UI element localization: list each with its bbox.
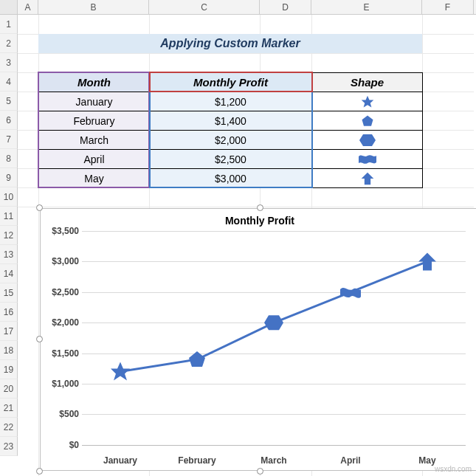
svg-marker-5 bbox=[189, 351, 205, 367]
resize-handle-sw[interactable] bbox=[36, 468, 43, 475]
cell-shape[interactable] bbox=[312, 150, 423, 169]
cell-shape[interactable] bbox=[312, 169, 423, 188]
row-header-8[interactable]: 8 bbox=[0, 149, 18, 168]
pentagon-icon bbox=[359, 114, 376, 128]
row-header-21[interactable]: 21 bbox=[0, 399, 18, 418]
resize-handle-s[interactable] bbox=[257, 468, 263, 475]
x-tick-label: February bbox=[178, 455, 215, 466]
col-header-D[interactable]: D bbox=[260, 0, 311, 14]
col-header-A[interactable]: A bbox=[18, 0, 38, 14]
header-profit[interactable]: Monthly Profit bbox=[150, 73, 312, 92]
row-header-10[interactable]: 10 bbox=[0, 187, 18, 207]
cell-profit[interactable]: $2,500 bbox=[150, 150, 312, 169]
page-title: Applying Custom Marker bbox=[38, 34, 422, 53]
col-header-B[interactable]: B bbox=[38, 0, 149, 14]
row-header-23[interactable]: 23 bbox=[0, 437, 18, 456]
row-header-15[interactable]: 15 bbox=[0, 283, 18, 303]
cell-profit[interactable]: $1,200 bbox=[150, 92, 312, 111]
spreadsheet: A B C D E F 1 2 3 4 5 6 7 8 9 10 11 12 1… bbox=[0, 0, 476, 476]
resize-handle-n[interactable] bbox=[257, 204, 263, 211]
svg-marker-2 bbox=[359, 134, 376, 146]
select-all-corner[interactable] bbox=[0, 0, 18, 14]
row-headers: 1 2 3 4 5 6 7 8 9 10 11 12 13 14 15 16 1… bbox=[0, 15, 18, 456]
cell-shape[interactable] bbox=[312, 131, 423, 150]
y-tick-label: $3,000 bbox=[44, 256, 79, 266]
svg-marker-0 bbox=[361, 95, 373, 107]
row-header-9[interactable]: 9 bbox=[0, 168, 18, 187]
y-tick-label: $500 bbox=[44, 409, 79, 419]
row-header-14[interactable]: 14 bbox=[0, 264, 18, 283]
row-header-4[interactable]: 4 bbox=[0, 72, 18, 92]
row-header-16[interactable]: 16 bbox=[0, 303, 18, 322]
cell-month[interactable]: April bbox=[39, 150, 150, 169]
cell-month[interactable]: March bbox=[39, 131, 150, 150]
chart-object[interactable]: Monthly Profit bbox=[40, 208, 476, 471]
y-tick-label: $0 bbox=[44, 440, 79, 450]
row-header-5[interactable]: 5 bbox=[0, 92, 18, 111]
x-tick-label: April bbox=[340, 455, 360, 466]
chart-line-series[interactable] bbox=[82, 231, 466, 445]
y-tick-label: $3,500 bbox=[44, 226, 79, 236]
cell-month[interactable]: February bbox=[39, 111, 150, 131]
header-shape[interactable]: Shape bbox=[312, 73, 423, 92]
row-header-2[interactable]: 2 bbox=[0, 34, 18, 53]
y-tick-label: $1,500 bbox=[44, 348, 79, 359]
row-header-17[interactable]: 17 bbox=[0, 322, 18, 341]
row-header-7[interactable]: 7 bbox=[0, 130, 18, 149]
row-header-22[interactable]: 22 bbox=[0, 418, 18, 437]
wave-icon bbox=[358, 154, 377, 165]
y-tick-label: $2,500 bbox=[44, 287, 79, 297]
row-header-19[interactable]: 19 bbox=[0, 360, 18, 379]
arrow-up-icon bbox=[359, 171, 376, 186]
cell-shape[interactable] bbox=[312, 92, 423, 111]
x-tick-label: January bbox=[103, 455, 137, 466]
hexagon-icon bbox=[359, 133, 376, 148]
svg-marker-7 bbox=[418, 252, 436, 270]
table-row: March $2,000 bbox=[39, 131, 423, 150]
row-header-11[interactable]: 11 bbox=[0, 207, 18, 226]
header-month[interactable]: Month bbox=[39, 73, 150, 92]
table-row: February $1,400 bbox=[39, 111, 423, 131]
row-header-20[interactable]: 20 bbox=[0, 379, 18, 399]
col-header-F[interactable]: F bbox=[422, 0, 474, 14]
row-header-13[interactable]: 13 bbox=[0, 245, 18, 264]
cell-profit[interactable]: $2,000 bbox=[150, 131, 312, 150]
svg-marker-6 bbox=[264, 315, 283, 330]
y-tick-label: $1,000 bbox=[44, 379, 79, 389]
svg-marker-4 bbox=[111, 362, 130, 381]
resize-handle-nw[interactable] bbox=[36, 204, 43, 211]
cell-profit[interactable]: $1,400 bbox=[150, 111, 312, 131]
table-row: May $3,000 bbox=[39, 169, 423, 188]
star-icon bbox=[359, 94, 376, 109]
chart-plot-area[interactable] bbox=[82, 231, 466, 445]
cell-grid[interactable]: Applying Custom Marker Month Monthly Pro… bbox=[18, 15, 474, 476]
row-header-6[interactable]: 6 bbox=[0, 111, 18, 130]
x-tick-label: March bbox=[261, 455, 286, 466]
cell-shape[interactable] bbox=[312, 111, 423, 131]
col-header-C[interactable]: C bbox=[149, 0, 260, 14]
row-header-18[interactable]: 18 bbox=[0, 341, 18, 360]
svg-marker-1 bbox=[362, 115, 373, 125]
table-row: January $1,200 bbox=[39, 92, 423, 111]
chart-title[interactable]: Monthly Profit bbox=[41, 215, 476, 227]
cell-month[interactable]: January bbox=[39, 92, 150, 111]
watermark: wsxdn.com bbox=[435, 465, 472, 473]
col-header-E[interactable]: E bbox=[311, 0, 422, 14]
column-header-row: A B C D E F bbox=[0, 0, 476, 15]
cell-profit[interactable]: $3,000 bbox=[150, 169, 312, 188]
row-header-1[interactable]: 1 bbox=[0, 15, 18, 34]
row-header-12[interactable]: 12 bbox=[0, 226, 18, 245]
row-header-3[interactable]: 3 bbox=[0, 53, 18, 72]
table-row: April $2,500 bbox=[39, 150, 423, 169]
data-table: Month Monthly Profit Shape January $1,20… bbox=[38, 72, 423, 188]
y-tick-label: $2,000 bbox=[44, 317, 79, 328]
x-tick-label: May bbox=[418, 455, 435, 466]
svg-marker-3 bbox=[361, 172, 373, 184]
resize-handle-w[interactable] bbox=[36, 336, 43, 342]
cell-month[interactable]: May bbox=[39, 169, 150, 188]
